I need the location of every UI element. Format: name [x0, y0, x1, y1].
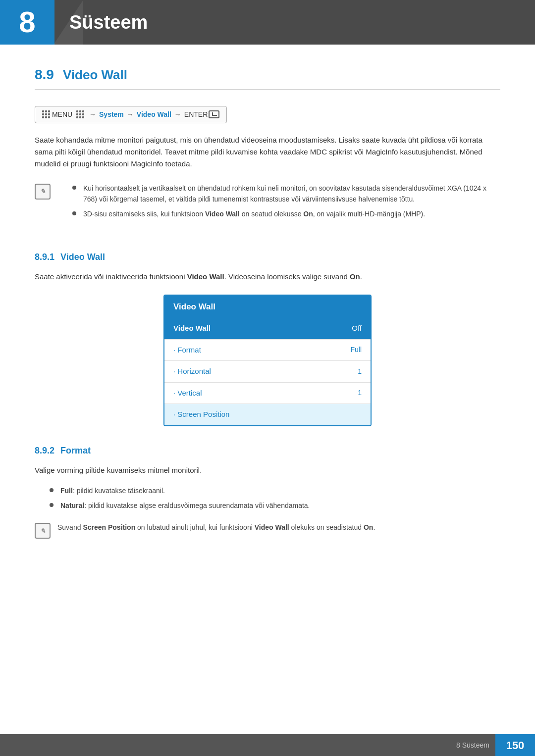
video-wall-panel: Video Wall Video Wall Off · Format Full …: [163, 295, 372, 426]
section-number: 8.9: [35, 64, 54, 85]
intro-text: Saate kohandada mitme monitori paigutust…: [35, 134, 500, 170]
sub892-bullets: Full: pildid kuvatakse täisekraanil. Nat…: [35, 485, 500, 511]
sub892-body: Valige vorming piltide kuvamiseks mitmel…: [35, 464, 500, 476]
bullet-dot-1: [72, 186, 76, 190]
panel-row-format-label: · Format: [173, 345, 201, 356]
section-title: Video Wall: [63, 65, 127, 85]
bullet-dot-full: [50, 488, 54, 492]
note-icon-1: ✎: [35, 184, 51, 200]
panel-row-screenposition[interactable]: · Screen Position: [164, 404, 371, 425]
note-text-1: Kui horisontaalselt ja vertikaalselt on …: [83, 183, 500, 205]
main-content: 8.9 Video Wall MENU → System → Video Wal…: [0, 45, 535, 589]
sub-title-891: Video Wall: [60, 251, 105, 264]
arrow3: →: [174, 109, 181, 120]
sub-section-891: 8.9.1 Video Wall Saate aktiveerida või i…: [35, 251, 500, 426]
menu-path-box: MENU → System → Video Wall → ENTER: [35, 106, 227, 123]
menu-label: MENU: [52, 109, 72, 120]
note-1: ✎ Kui horisontaalselt ja vertikaalselt o…: [35, 179, 500, 233]
sub-section-892: 8.9.2 Format Valige vorming piltide kuva…: [35, 444, 500, 543]
panel-row-videowall[interactable]: Video Wall Off: [164, 318, 371, 340]
sub-number-892: 8.9.2: [35, 444, 54, 457]
bullet-full-text: Full: pildid kuvatakse täisekraanil.: [60, 485, 165, 496]
bullet-dot-2: [72, 211, 76, 215]
panel-row-horizontal-label: · Horizontal: [173, 366, 211, 377]
panel-row-horizontal[interactable]: · Horizontal 1: [164, 361, 371, 383]
menu-icon: [42, 110, 50, 118]
chapter-number: 8: [0, 0, 54, 45]
panel-row-screenposition-label: · Screen Position: [173, 409, 229, 420]
menu-enter: ENTER: [184, 109, 208, 120]
bullet-full: Full: pildid kuvatakse täisekraanil.: [35, 485, 500, 496]
menu-videowall: Video Wall: [137, 109, 171, 120]
panel-row-format[interactable]: · Format Full: [164, 340, 371, 361]
footer-section-label: 8 Süsteem: [456, 740, 489, 751]
sub-heading-892: 8.9.2 Format: [35, 444, 500, 457]
enter-icon: [209, 110, 219, 118]
footer-page-number: 150: [495, 734, 535, 756]
page-header: 8 Süsteem: [0, 0, 535, 45]
arrow2: →: [127, 109, 134, 120]
panel-row-horizontal-value: 1: [358, 366, 362, 377]
footer-bar: 8 Süsteem 150: [0, 734, 535, 756]
bullet-natural-text: Natural: pildid kuvatakse algse eraldusv…: [60, 500, 310, 511]
sub-heading-891: 8.9.1 Video Wall: [35, 251, 500, 264]
bullet-dot-natural: [50, 503, 54, 507]
panel-row-vertical[interactable]: · Vertical 1: [164, 383, 371, 404]
note-text-2: 3D-sisu esitamiseks siis, kui funktsioon…: [83, 208, 425, 219]
sub892-note: ✎ Suvand Screen Position on lubatud ainu…: [35, 518, 500, 543]
sub-number-891: 8.9.1: [35, 251, 54, 264]
arrow1: →: [89, 109, 96, 120]
panel-row-videowall-value: Off: [352, 323, 362, 334]
section-heading-89: 8.9 Video Wall: [35, 64, 500, 90]
sub-title-892: Format: [60, 444, 91, 457]
sub891-body: Saate aktiveerida või inaktiveerida funk…: [35, 271, 500, 283]
panel-row-videowall-label: Video Wall: [173, 323, 211, 334]
menu-system: System: [99, 109, 124, 120]
panel-header: Video Wall: [164, 296, 371, 318]
note-icon-892: ✎: [35, 523, 51, 539]
panel-row-format-value: Full: [350, 345, 362, 355]
note-content-892: Suvand Screen Position on lubatud ainult…: [57, 522, 375, 533]
bullet-natural: Natural: pildid kuvatakse algse eraldusv…: [35, 500, 500, 511]
panel-row-vertical-value: 1: [358, 388, 362, 398]
panel-row-vertical-label: · Vertical: [173, 388, 202, 399]
menu-grid-icon: [76, 110, 84, 118]
note-bullets: Kui horisontaalselt ja vertikaalselt on …: [57, 183, 500, 224]
note-bullet-1: Kui horisontaalselt ja vertikaalselt on …: [57, 183, 500, 205]
note-bullet-2: 3D-sisu esitamiseks siis, kui funktsioon…: [57, 208, 500, 219]
